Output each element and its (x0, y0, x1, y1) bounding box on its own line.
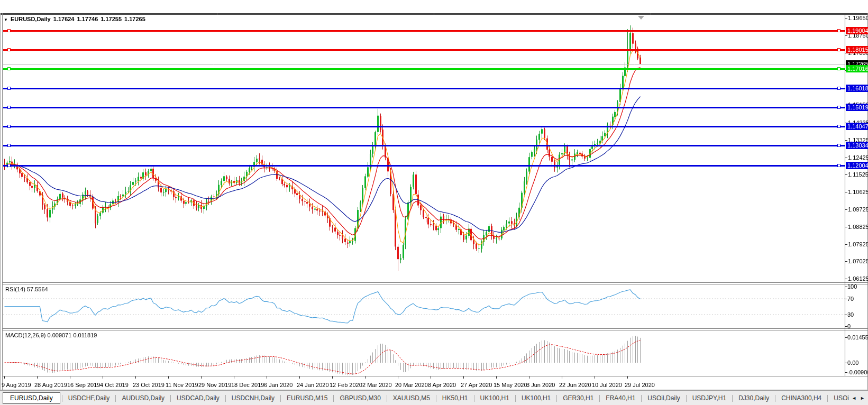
chart-symbol-period: EURUSD,Daily (11, 16, 51, 22)
macd-axis-tick: 0.00 (847, 359, 858, 366)
rsi-axis-tick: 0 (847, 323, 851, 330)
chart-open-value: 1.17624 (53, 16, 75, 22)
chart-tab-usdjpy-h1[interactable]: USDJPY,H1 (687, 392, 732, 404)
date-axis-label: 3 Jun 2020 (526, 382, 555, 388)
tabs-scroll-left-icon[interactable]: ◄ (852, 395, 856, 401)
chart-tab-ger30-h1[interactable]: GER30,H1 (557, 392, 599, 404)
chart-tab-hk50-h1[interactable]: HK50,H1 (436, 392, 474, 404)
date-axis-label: 6 Jan 2020 (264, 382, 293, 388)
chart-tabs: EURUSD,DailyUSDCHF,DailyAUDUSD,DailyUSDC… (0, 391, 868, 405)
date-axis-label: 18 Dec 2019 (231, 382, 264, 388)
price-axis-tick: 1.07025 (848, 257, 868, 265)
tab-scroll-arrows: ◄ ► (849, 391, 868, 405)
chart-tab-fra40-h1[interactable]: FRA40,H1 (600, 392, 641, 404)
date-axis-label: 12 Feb 2020 (330, 382, 362, 388)
date-axis-label: 11 Nov 2019 (166, 382, 198, 388)
price-line-label-1-17016[interactable]: 1.17016 (846, 65, 868, 72)
chart-title: ▼EURUSD,Daily1.176241.177461.172551.1726… (4, 16, 148, 22)
chart-tab-uk100-h1[interactable]: UK100,H1 (474, 392, 515, 404)
date-axis-label: 15 May 2020 (494, 382, 527, 388)
chart-tab-audusd-daily[interactable]: AUDUSD,Daily (116, 392, 170, 404)
price-line-label-1-15019[interactable]: 1.15019 (846, 104, 868, 111)
macd-indicator-label: MACD(12,26,9) 0.009071 0.011819 (5, 332, 97, 338)
chart-tabs-bar: EURUSD,DailyUSDCHF,DailyAUDUSD,DailyUSDC… (0, 390, 868, 405)
metatrader-window: ▼ M1M5M15M30H1H4D1W1MN ▼EURUSD,Daily1.17… (0, 0, 868, 405)
date-axis-label: 2 Mar 2020 (362, 382, 392, 388)
price-line-label-1-14047[interactable]: 1.14047 (846, 123, 868, 130)
tabs-scroll-right-icon[interactable]: ► (860, 395, 865, 401)
date-axis-label: 29 Nov 2019 (198, 382, 231, 388)
date-axis-label: 24 Jan 2020 (297, 382, 329, 388)
date-axis-label: 4 Oct 2019 (100, 382, 129, 388)
chart-tab-usdcad-daily[interactable]: USDCAD,Daily (171, 392, 225, 404)
chart-tab-usoil-daily[interactable]: USOil,Daily (642, 392, 686, 404)
chart-tab-gbpusd-m30[interactable]: GBPUSD,M30 (334, 392, 386, 404)
price-axis-tick: 1.09725 (848, 206, 868, 213)
chart-low-value: 1.17255 (100, 16, 122, 22)
chart-tab-xauusd-m5[interactable]: XAUUSD,M5 (387, 392, 436, 404)
chart-high-value: 1.17746 (77, 16, 98, 22)
date-axis-label: 29 Jul 2020 (625, 382, 655, 388)
price-line-label-1-12004[interactable]: 1.12004 (846, 162, 868, 169)
date-axis-label: 23 Oct 2019 (133, 382, 165, 388)
price-line-label-1-13034[interactable]: 1.13034 (846, 142, 868, 149)
chart-close-value: 1.17265 (124, 16, 145, 22)
date-axis-label: 9 Aug 2019 (2, 382, 31, 388)
chart-tab-eurusd-m15[interactable]: EURUSD,M15 (281, 392, 333, 404)
chart-tab-uk100-h1[interactable]: UK100,H1 (516, 392, 556, 404)
price-line-label-1-16018[interactable]: 1.16018 (846, 85, 868, 92)
date-axis-label: 16 Sep 2019 (67, 382, 100, 388)
date-axis-label: 10 Jul 2020 (592, 382, 622, 388)
macd-axis-tick: -0.009001 (847, 369, 868, 376)
price-axis-tick: 1.10625 (848, 188, 868, 196)
date-axis-label: 28 Aug 2019 (34, 382, 67, 388)
date-axis-label: 8 Apr 2020 (428, 382, 456, 388)
price-axis-tick: 1.11525 (848, 171, 868, 178)
rsi-axis-tick: 100 (847, 283, 857, 290)
chart-tab-china300-h4[interactable]: CHINA300,H4 (775, 392, 827, 404)
rsi-axis-tick: 70 (847, 295, 854, 302)
price-axis-tick: 1.06125 (848, 275, 868, 282)
macd-axis-tick: 0.014556 (847, 334, 868, 341)
date-axis-label: 27 Apr 2020 (461, 382, 492, 388)
rsi-axis-tick: 30 (847, 311, 854, 318)
chart-tab-eurusd-daily[interactable]: EURUSD,Daily (3, 392, 60, 404)
chart-tab-usdcnh-daily[interactable]: USDCNH,Daily (226, 392, 280, 404)
price-line-label-1-18015[interactable]: 1.18015 (846, 46, 868, 53)
chart-tab-dj30-daily[interactable]: DJ30,Daily (733, 392, 775, 404)
price-axis-tick: 1.08825 (848, 223, 868, 231)
date-axis-label: 20 Mar 2020 (395, 382, 428, 388)
price-axis-tick: 1.07925 (848, 241, 868, 248)
date-axis-label: 22 Jun 2020 (559, 382, 591, 388)
price-chart-canvas[interactable] (0, 0, 868, 405)
price-line-label-1-19004[interactable]: 1.19004 (846, 27, 868, 34)
price-axis-tick: 1.12425 (848, 154, 868, 161)
price-axis-tick: 1.19650 (848, 14, 868, 22)
collapse-triangle-icon[interactable]: ▼ (4, 17, 8, 22)
rsi-indicator-label: RSI(14) 57.5564 (5, 286, 48, 292)
chart-tab-usdchf-daily[interactable]: USDCHF,Daily (62, 392, 116, 404)
